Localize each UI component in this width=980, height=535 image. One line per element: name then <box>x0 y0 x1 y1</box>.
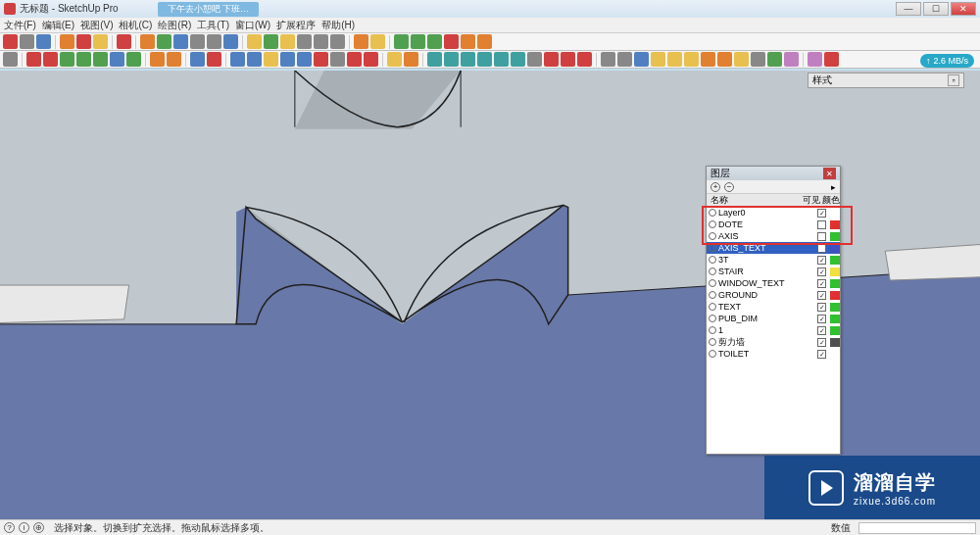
layer-color-swatch[interactable] <box>830 326 840 335</box>
help-icon[interactable]: i <box>19 522 29 533</box>
tool-icon[interactable] <box>824 52 839 67</box>
tool-icon[interactable] <box>477 52 492 67</box>
layer-color-swatch[interactable] <box>830 232 840 241</box>
layers-panel-titlebar[interactable]: 图层 ✕ <box>707 167 840 180</box>
browser-tab[interactable]: 下午去小憩吧 下班… <box>158 2 260 17</box>
tool-icon[interactable] <box>297 52 312 67</box>
tool-icon[interactable] <box>280 34 295 49</box>
tool-icon[interactable] <box>126 52 141 67</box>
tool-icon[interactable] <box>808 52 822 67</box>
layer-row[interactable]: PUB_DIM✓ <box>707 313 840 324</box>
layer-radio[interactable] <box>709 268 716 275</box>
tool-icon[interactable] <box>190 34 205 49</box>
layer-color-swatch[interactable] <box>830 350 840 359</box>
layer-color-swatch[interactable] <box>830 209 840 218</box>
tool-icon[interactable] <box>330 34 345 49</box>
tool-icon[interactable] <box>314 34 328 49</box>
tool-icon[interactable] <box>527 52 542 67</box>
tool-icon[interactable] <box>577 52 592 67</box>
tool-icon[interactable] <box>347 52 362 67</box>
layer-visible-checkbox[interactable] <box>817 244 826 253</box>
layer-visible-checkbox[interactable]: ✓ <box>817 303 826 312</box>
layer-visible-checkbox[interactable] <box>817 232 826 241</box>
layer-visible-checkbox[interactable]: ✓ <box>817 268 826 276</box>
tool-icon[interactable] <box>667 52 682 67</box>
tool-icon[interactable] <box>247 34 262 49</box>
tool-icon[interactable] <box>190 52 205 67</box>
tool-icon[interactable] <box>173 34 188 49</box>
layer-row[interactable]: 1✓ <box>707 324 840 336</box>
tool-icon[interactable] <box>157 34 172 49</box>
tool-icon[interactable] <box>444 34 459 49</box>
layer-visible-checkbox[interactable]: ✓ <box>817 350 826 359</box>
layer-radio[interactable] <box>709 338 716 346</box>
layer-radio[interactable] <box>709 209 716 217</box>
tool-icon[interactable] <box>26 52 41 67</box>
layer-row[interactable]: DOTE <box>707 219 840 230</box>
menu-extensions[interactable]: 扩展程序 <box>276 19 316 32</box>
layer-radio[interactable] <box>709 220 716 228</box>
layer-row[interactable]: TEXT✓ <box>707 301 840 313</box>
tool-icon[interactable] <box>223 34 238 49</box>
layer-radio[interactable] <box>709 244 716 252</box>
tool-icon[interactable] <box>734 52 749 67</box>
layer-radio[interactable] <box>709 350 716 358</box>
info-icon[interactable]: ? <box>4 522 15 533</box>
tool-icon[interactable] <box>3 34 18 49</box>
tool-icon[interactable] <box>354 34 368 49</box>
layer-row[interactable]: TOILET✓ <box>707 348 840 360</box>
tool-icon[interactable] <box>494 52 509 67</box>
tool-icon[interactable] <box>60 34 74 49</box>
layer-color-swatch[interactable] <box>830 256 840 265</box>
tool-icon[interactable] <box>617 52 632 67</box>
tool-icon[interactable] <box>477 34 492 49</box>
menu-camera[interactable]: 相机(C) <box>119 19 152 32</box>
layer-row[interactable]: STAIR✓ <box>707 266 840 277</box>
tool-icon[interactable] <box>561 52 575 67</box>
tool-icon[interactable] <box>207 34 221 49</box>
tool-icon[interactable] <box>93 34 108 49</box>
layer-color-swatch[interactable] <box>830 315 840 323</box>
tool-icon[interactable] <box>150 52 165 67</box>
tool-icon[interactable] <box>297 34 312 49</box>
layer-row[interactable]: 3T✓ <box>707 254 840 266</box>
select-tool-icon[interactable] <box>3 52 18 67</box>
layer-row[interactable]: AXIS <box>707 230 840 242</box>
tool-icon[interactable] <box>247 52 262 67</box>
tool-icon[interactable] <box>230 52 245 67</box>
layer-radio[interactable] <box>709 291 716 299</box>
tool-icon[interactable] <box>364 52 378 67</box>
tool-icon[interactable] <box>207 52 221 67</box>
tool-icon[interactable] <box>264 52 278 67</box>
layer-visible-checkbox[interactable]: ✓ <box>817 315 826 323</box>
layer-radio[interactable] <box>709 256 716 264</box>
layer-radio[interactable] <box>709 315 716 322</box>
style-panel[interactable]: 样式 ▫ <box>808 73 964 88</box>
tool-icon[interactable] <box>634 52 649 67</box>
add-layer-button[interactable]: + <box>710 182 720 192</box>
menu-draw[interactable]: 绘图(R) <box>158 19 191 32</box>
tool-icon[interactable] <box>461 52 475 67</box>
tool-icon[interactable] <box>36 34 51 49</box>
layer-radio[interactable] <box>709 279 716 287</box>
menu-edit[interactable]: 编辑(E) <box>42 19 74 32</box>
tool-icon[interactable] <box>330 52 345 67</box>
layers-menu-icon[interactable]: ▸ <box>831 182 836 192</box>
tool-icon[interactable] <box>314 52 328 67</box>
tool-icon[interactable] <box>684 52 699 67</box>
tool-icon[interactable] <box>76 34 91 49</box>
layer-row[interactable]: 剪力墙✓ <box>707 336 840 348</box>
tool-icon[interactable] <box>767 52 782 67</box>
tool-icon[interactable] <box>784 52 799 67</box>
close-button[interactable]: ✕ <box>951 2 976 16</box>
layer-radio[interactable] <box>709 232 716 240</box>
layer-visible-checkbox[interactable] <box>817 220 826 229</box>
menu-file[interactable]: 文件(F) <box>4 19 36 32</box>
layer-color-swatch[interactable] <box>830 291 840 300</box>
layer-row[interactable]: AXIS_TEXT <box>707 242 840 254</box>
menu-help[interactable]: 帮助(H) <box>321 19 355 32</box>
tool-icon[interactable] <box>264 34 278 49</box>
layer-radio[interactable] <box>709 303 716 311</box>
layer-visible-checkbox[interactable]: ✓ <box>817 291 826 300</box>
tool-icon[interactable] <box>601 52 615 67</box>
